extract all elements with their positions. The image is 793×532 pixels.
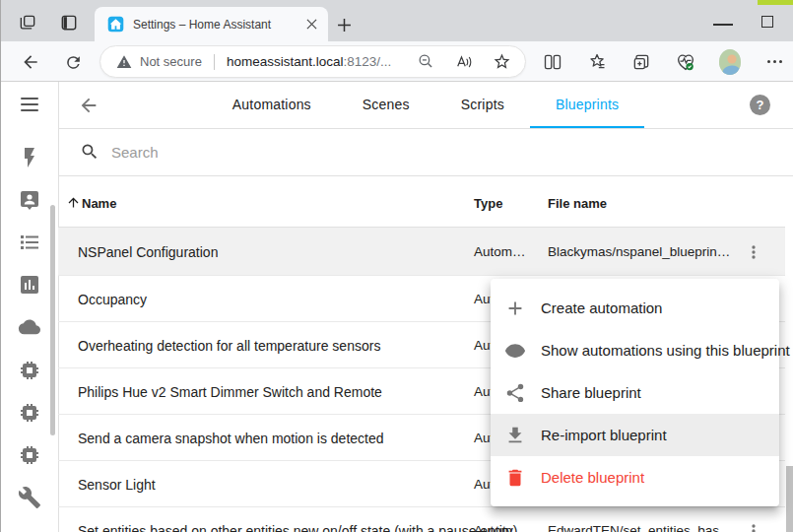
wrench-icon[interactable] xyxy=(18,486,41,509)
menu-item-create-automation[interactable]: Create automation xyxy=(491,287,779,329)
column-header-name[interactable]: Name xyxy=(82,196,116,211)
menu-item-reimport-blueprint[interactable]: Re-import blueprint xyxy=(491,414,779,456)
ha-header: Automations Scenes Scripts Blueprints ? xyxy=(58,82,793,128)
cell-name: Occupancy xyxy=(78,292,147,307)
cell-name: NSPanel Configuration xyxy=(78,244,218,260)
table-header-row: Name Type File name xyxy=(58,176,785,228)
row-overflow-menu-icon[interactable] xyxy=(743,520,764,532)
menu-item-show-automations[interactable]: Show automations using this blueprint xyxy=(491,329,779,371)
eye-icon xyxy=(503,339,527,363)
cell-name: Philips Hue v2 Smart Dimmer Switch and R… xyxy=(78,384,382,400)
column-header-type[interactable]: Type xyxy=(474,196,502,211)
table-row[interactable]: NSPanel Configuration Autom… Blackymas/n… xyxy=(58,228,785,276)
content-scrollbar[interactable] xyxy=(786,466,793,532)
row-overflow-menu-icon[interactable] xyxy=(743,241,764,263)
window-minimize-button[interactable] xyxy=(713,24,733,26)
new-tab-icon[interactable] xyxy=(335,16,353,33)
menu-item-delete-blueprint[interactable]: Delete blueprint xyxy=(491,456,779,499)
cell-name: Set entities based on other entities new… xyxy=(78,523,517,532)
cell-name: Send a camera snapshot when motion is de… xyxy=(78,431,384,446)
collections-icon[interactable] xyxy=(630,49,652,74)
table-row[interactable]: Set entities based on other entities new… xyxy=(58,507,785,532)
home-assistant-page: Automations Scenes Scripts Blueprints ? … xyxy=(1,82,793,532)
not-secure-warning-icon[interactable] xyxy=(116,54,132,70)
back-icon[interactable] xyxy=(20,51,41,73)
search-input[interactable] xyxy=(111,144,793,161)
plus-icon xyxy=(503,297,527,320)
menu-item-label: Delete blueprint xyxy=(541,469,644,486)
window-maximize-button[interactable] xyxy=(761,16,773,28)
browser-essentials-icon[interactable] xyxy=(675,49,696,74)
url-host[interactable]: homeassistant.local xyxy=(227,54,344,69)
tab-close-icon[interactable] xyxy=(302,16,320,33)
ha-sidebar xyxy=(1,82,58,532)
home-assistant-favicon xyxy=(107,16,124,33)
help-icon[interactable]: ? xyxy=(750,95,770,115)
menu-item-share-blueprint[interactable]: Share blueprint xyxy=(491,371,779,414)
chip-icon[interactable] xyxy=(18,359,41,382)
column-header-file[interactable]: File name xyxy=(548,196,607,211)
cell-file: EdwardTEN/set_entities_bas… xyxy=(548,523,733,532)
chip-icon[interactable] xyxy=(18,443,41,467)
todo-list-icon[interactable] xyxy=(18,231,41,254)
share-icon xyxy=(503,381,527,405)
tab-title: Settings – Home Assistant xyxy=(133,18,302,32)
cell-name: Sensor Light xyxy=(78,477,156,493)
history-chart-icon[interactable] xyxy=(18,273,41,297)
background-app-strip xyxy=(758,0,793,5)
cell-file: Blackymas/nspanel_blueprin… xyxy=(548,244,730,259)
blueprint-context-menu: Create automation Show automations using… xyxy=(491,279,779,506)
chip-icon[interactable] xyxy=(18,401,41,425)
cloud-icon[interactable] xyxy=(18,315,41,339)
search-icon xyxy=(80,142,99,162)
browser-toolbar: Not secure homeassistant.local :8123/... xyxy=(1,41,793,82)
workspaces-icon[interactable] xyxy=(17,12,38,33)
search-row xyxy=(58,128,793,176)
download-icon xyxy=(503,424,527,447)
url-path[interactable]: :8123/... xyxy=(343,54,391,69)
tab-scripts[interactable]: Scripts xyxy=(435,82,530,128)
ha-back-icon[interactable] xyxy=(78,95,99,116)
menu-item-label: Share blueprint xyxy=(541,384,641,401)
not-secure-label[interactable]: Not secure xyxy=(140,54,202,69)
browser-tab-settings[interactable]: Settings – Home Assistant xyxy=(95,7,328,41)
cell-name: Overheating detection for all temperatur… xyxy=(78,338,380,354)
sidebar-scrollbar[interactable] xyxy=(50,205,55,435)
menu-item-label: Create automation xyxy=(541,299,662,316)
split-screen-icon[interactable] xyxy=(542,49,563,74)
menu-item-label: Re-import blueprint xyxy=(541,427,667,443)
favorite-star-icon[interactable] xyxy=(493,52,511,71)
refresh-icon[interactable] xyxy=(62,51,84,73)
cell-type: Autom… xyxy=(474,244,526,259)
person-badge-icon[interactable] xyxy=(18,188,41,212)
tab-strip: Settings – Home Assistant xyxy=(1,0,793,41)
menu-item-label: Show automations using this blueprint xyxy=(541,342,790,359)
profile-avatar[interactable] xyxy=(719,49,741,74)
sidebar-menu-icon[interactable] xyxy=(21,98,38,111)
address-divider xyxy=(214,54,215,70)
tab-blueprints[interactable]: Blueprints xyxy=(530,82,644,128)
favorites-hub-icon[interactable] xyxy=(586,49,608,74)
ha-tab-bar: Automations Scenes Scripts Blueprints xyxy=(207,82,644,128)
cell-type: Autom… xyxy=(474,523,526,532)
tab-automations[interactable]: Automations xyxy=(207,82,337,128)
address-bar[interactable]: Not secure homeassistant.local :8123/... xyxy=(99,45,526,78)
browser-window: Settings – Home Assistant Not secure hom… xyxy=(0,0,793,532)
trash-icon xyxy=(503,466,527,490)
tab-scenes[interactable]: Scenes xyxy=(337,82,435,128)
zoom-out-icon[interactable] xyxy=(417,52,435,71)
sort-ascending-icon[interactable] xyxy=(66,195,81,210)
browser-menu-icon[interactable] xyxy=(763,49,785,74)
read-aloud-icon[interactable] xyxy=(454,52,474,72)
tab-actions-icon[interactable] xyxy=(58,12,80,33)
lightning-bolt-icon[interactable] xyxy=(18,146,41,169)
